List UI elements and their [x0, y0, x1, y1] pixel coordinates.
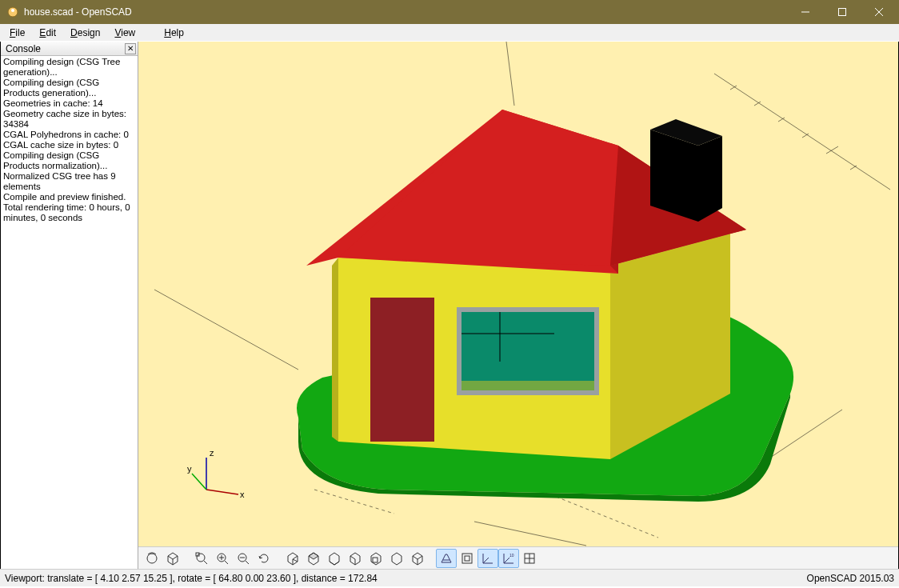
minimize-button[interactable] — [787, 0, 824, 24]
svg-rect-3 — [839, 9, 846, 16]
svg-rect-33 — [461, 381, 594, 390]
svg-rect-53 — [373, 558, 378, 562]
axes-icon[interactable] — [477, 549, 498, 568]
view-left-icon[interactable] — [345, 549, 366, 568]
console-line: Compiling design (CSG Tree generation)..… — [3, 57, 135, 78]
menu-view[interactable]: View — [108, 26, 142, 40]
view-bottom-icon[interactable] — [324, 549, 345, 568]
maximize-button[interactable] — [824, 0, 861, 24]
svg-rect-56 — [465, 556, 469, 561]
view-toolbar: 10 — [138, 546, 898, 569]
zoom-all-icon[interactable] — [191, 549, 212, 568]
console-line: Compile and preview finished. — [3, 192, 135, 202]
svg-text:x: x — [240, 490, 245, 499]
status-bar: Viewport: translate = [ 4.10 2.57 15.25 … — [0, 569, 899, 586]
svg-marker-27 — [650, 130, 698, 222]
console-panel: Console ✕ Compiling design (CSG Tree gen… — [1, 42, 138, 569]
window — [457, 307, 599, 395]
view-diagonal-icon[interactable] — [407, 549, 428, 568]
console-title: Console — [6, 43, 41, 54]
axes-scale-icon[interactable]: 10 — [498, 549, 519, 568]
console-line: Geometries in cache: 14 — [3, 98, 135, 109]
preview-icon[interactable] — [142, 549, 162, 568]
svg-line-44 — [204, 561, 207, 564]
menu-file[interactable]: File — [3, 26, 31, 40]
console-line: Total rendering time: 0 hours, 0 minutes… — [3, 202, 135, 223]
view-right-icon[interactable] — [282, 549, 303, 568]
menu-edit[interactable]: Edit — [33, 26, 62, 40]
svg-marker-22 — [332, 258, 338, 442]
console-line: Compiling design (CSG Products normaliza… — [3, 150, 135, 171]
svg-text:y: y — [187, 464, 192, 474]
svg-rect-55 — [462, 554, 472, 563]
console-close-button[interactable]: ✕ — [125, 43, 136, 54]
svg-line-47 — [225, 561, 228, 564]
console-line: Normalized CSG tree has 9 elements — [3, 171, 135, 192]
menu-design[interactable]: Design — [64, 26, 106, 40]
menu-bar: File Edit Design View Help — [0, 24, 899, 42]
console-body: Compiling design (CSG Tree generation)..… — [1, 56, 138, 569]
render-icon[interactable] — [162, 549, 183, 568]
svg-rect-32 — [461, 312, 594, 390]
svg-line-51 — [246, 561, 249, 564]
door — [370, 298, 434, 442]
console-line: Compiling design (CSG Products generatio… — [3, 78, 135, 98]
svg-rect-30 — [370, 298, 434, 442]
window-title: house.scad - OpenSCAD — [24, 6, 787, 18]
svg-line-59 — [483, 558, 489, 563]
console-line: CGAL Polyhedrons in cache: 0 — [3, 130, 135, 140]
zoom-out-icon[interactable] — [233, 549, 254, 568]
close-button[interactable] — [861, 0, 897, 24]
status-right: OpenSCAD 2015.03 — [807, 573, 894, 584]
view-front-icon[interactable] — [366, 549, 386, 568]
svg-text:z: z — [210, 448, 214, 458]
menu-help[interactable]: Help — [158, 26, 190, 40]
orthogonal-icon[interactable] — [457, 549, 477, 568]
viewport-3d[interactable]: z x y 10 — [138, 42, 898, 569]
reset-view-icon[interactable] — [254, 549, 274, 568]
perspective-icon[interactable] — [436, 549, 457, 568]
chimney — [650, 119, 722, 222]
console-line: CGAL cache size in bytes: 0 — [3, 140, 135, 150]
title-bar: house.scad - OpenSCAD — [0, 0, 899, 24]
console-line: Geometry cache size in bytes: 34384 — [3, 109, 135, 130]
svg-point-42 — [147, 554, 157, 563]
svg-text:10: 10 — [509, 553, 514, 558]
svg-marker-28 — [698, 136, 722, 222]
svg-point-43 — [197, 554, 205, 562]
zoom-in-icon[interactable] — [212, 549, 233, 568]
crosshair-icon[interactable] — [519, 549, 540, 568]
app-icon — [6, 6, 19, 18]
status-left: Viewport: translate = [ 4.10 2.57 15.25 … — [5, 573, 378, 584]
main-area: Console ✕ Compiling design (CSG Tree gen… — [0, 42, 899, 569]
svg-point-1 — [11, 9, 14, 12]
scene-render: z x y — [138, 42, 898, 546]
console-header: Console ✕ — [1, 42, 138, 56]
svg-line-62 — [504, 558, 509, 563]
view-back-icon[interactable] — [386, 549, 407, 568]
view-top-icon[interactable] — [303, 549, 324, 568]
